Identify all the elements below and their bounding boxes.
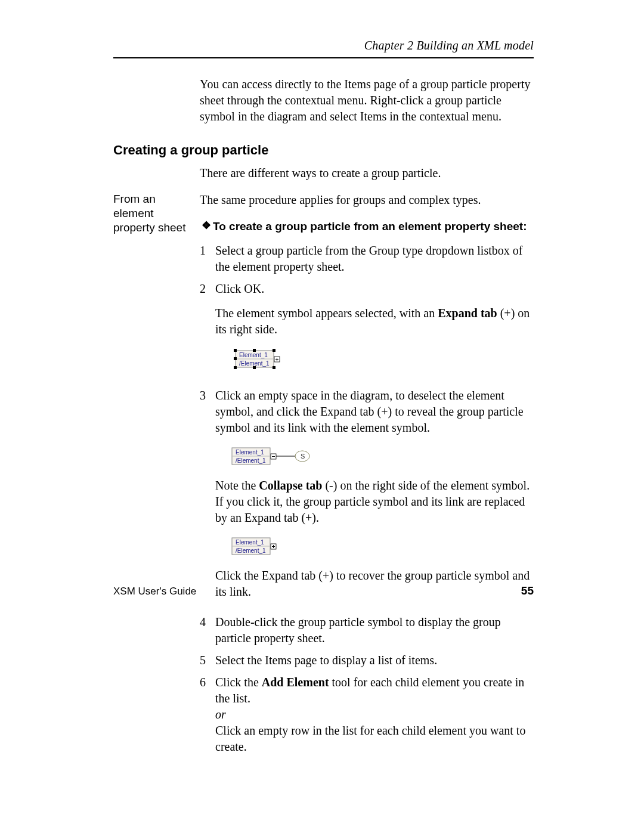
svg-text:/Element_1: /Element_1	[239, 360, 270, 367]
same-procedure-note: The same procedure applies for groups an…	[200, 192, 534, 208]
svg-text:/Element_1: /Element_1	[236, 457, 266, 464]
svg-rect-10	[273, 366, 275, 369]
step-body: Select a group particle from the Group t…	[215, 243, 534, 275]
step: 3 Click an empty space in the diagram, t…	[200, 388, 534, 608]
step-or: or	[215, 707, 534, 723]
svg-rect-6	[273, 349, 275, 352]
svg-text:S: S	[301, 453, 305, 460]
step-text: Note the Collapse tab (-) on the right s…	[215, 478, 534, 526]
step-text: The element symbol appears selected, wit…	[215, 305, 534, 337]
step-body: Double-click the group particle symbol t…	[215, 614, 534, 646]
svg-text:/Element_1: /Element_1	[236, 547, 266, 554]
margin-note: From an element property sheet	[113, 192, 200, 234]
svg-rect-5	[253, 349, 256, 352]
step: 4 Double-click the group particle symbol…	[200, 614, 534, 646]
step-number: 5	[200, 652, 215, 668]
svg-rect-7	[234, 357, 237, 360]
svg-rect-9	[253, 366, 256, 369]
svg-text:Element_1: Element_1	[239, 352, 268, 358]
figure-element-collapsed: Element_1 /Element_1	[231, 534, 534, 558]
step: 1 Select a group particle from the Group…	[200, 243, 534, 275]
svg-text:Element_1: Element_1	[236, 539, 264, 546]
svg-rect-8	[234, 366, 237, 369]
section-lead: There are different ways to create a gro…	[200, 165, 534, 181]
page-number: 55	[521, 584, 534, 597]
fleuron-icon: ❖	[200, 219, 213, 232]
step-number: 1	[200, 243, 215, 259]
figure-element-expanded: Element_1 /Element_1 S	[231, 444, 534, 468]
svg-text:Element_1: Element_1	[236, 449, 264, 456]
step: 6 Click the Add Element tool for each ch…	[200, 674, 534, 755]
step-number: 2	[200, 281, 215, 297]
footer-guide: XSM User's Guide	[113, 586, 196, 597]
step-text: Click the Add Element tool for each chil…	[215, 674, 534, 707]
step-text: Click an empty space in the diagram, to …	[215, 388, 534, 436]
step-number: 6	[200, 674, 215, 690]
step-number: 3	[200, 388, 215, 404]
section-title: Creating a group particle	[113, 143, 534, 158]
step-number: 4	[200, 614, 215, 630]
chapter-header: Chapter 2 Building an XML model	[113, 39, 534, 58]
step-text: Click OK.	[215, 281, 534, 297]
figure-element-selected: Element_1 /Element_1	[231, 346, 534, 372]
step: 2 Click OK. The element symbol appears s…	[200, 281, 534, 382]
task-title: To create a group particle from an eleme…	[213, 219, 527, 234]
step-body: Select the Items page to display a list …	[215, 652, 534, 668]
svg-rect-4	[234, 349, 237, 352]
intro-paragraph: You can access directly to the Items pag…	[200, 76, 534, 125]
step: 5 Select the Items page to display a lis…	[200, 652, 534, 668]
task-heading: ❖ To create a group particle from an ele…	[200, 219, 534, 234]
step-text: Click an empty row in the list for each …	[215, 723, 534, 755]
